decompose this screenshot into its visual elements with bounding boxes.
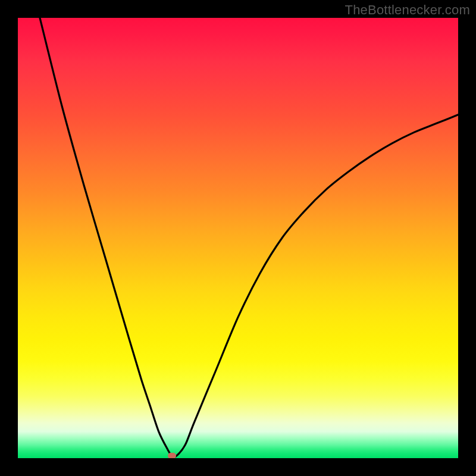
chart-plot-area bbox=[18, 18, 458, 458]
bottleneck-curve bbox=[18, 18, 458, 458]
bottleneck-marker bbox=[168, 453, 176, 458]
watermark-text: TheBottlenecker.com bbox=[345, 2, 470, 18]
